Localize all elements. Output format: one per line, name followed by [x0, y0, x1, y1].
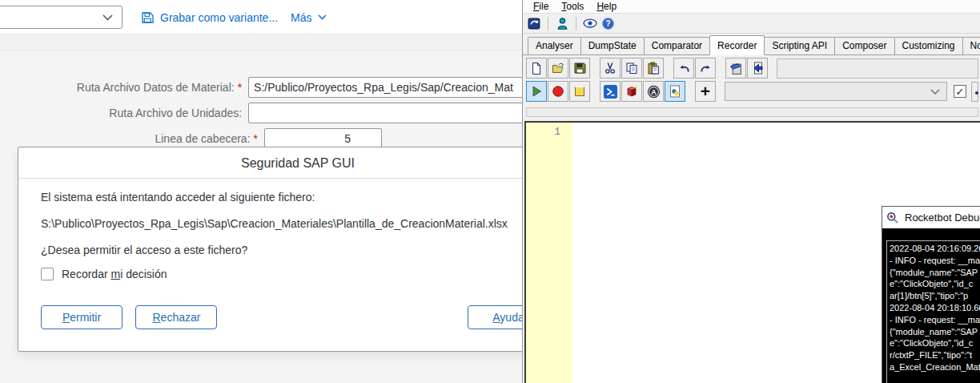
- menu-help[interactable]: Help: [590, 1, 623, 13]
- sap-security-dialog: Seguridad SAP GUI El sistema está intent…: [18, 147, 578, 352]
- dialog-question: ¿Desea permitir el acceso a este fichero…: [41, 244, 577, 256]
- status-strip: [526, 107, 978, 117]
- plus-icon: +: [701, 84, 710, 99]
- units-path-row: Ruta Archivo de Unidades:: [0, 103, 528, 123]
- tab-customizing[interactable]: Customizing: [894, 37, 963, 54]
- debugger-title-bar[interactable]: Rocketbot Debugg: [882, 207, 980, 228]
- redo-icon: [699, 62, 713, 75]
- rocketbot-debugger-window: Rocketbot Debugg 2022-08-04 20:16:09.26 …: [882, 206, 980, 383]
- eye-icon[interactable]: [583, 16, 597, 30]
- variant-combobox[interactable]: [0, 6, 122, 29]
- log-line: e":"ClickObjeto","id_c: [890, 337, 980, 349]
- menu-tools[interactable]: Tools: [555, 1, 590, 13]
- cube-button[interactable]: [621, 81, 642, 102]
- copy-button[interactable]: [621, 58, 642, 79]
- main-toolbar: ?: [523, 13, 980, 34]
- log-line: e":"ClickObjeto","id_c: [890, 278, 980, 290]
- tab-scripting-api[interactable]: Scripting API: [764, 37, 835, 54]
- debugger-title: Rocketbot Debugg: [905, 212, 980, 224]
- powershell-button[interactable]: [600, 81, 621, 102]
- record-button[interactable]: [548, 81, 568, 102]
- play-icon: [530, 85, 543, 98]
- tab-comparator[interactable]: Comparator: [644, 37, 710, 54]
- log-line: a_Excel_Creacion_Mat: [890, 361, 980, 373]
- tab-notes[interactable]: Notes: [962, 37, 980, 54]
- log-line: - INFO - request: __ma: [890, 314, 980, 326]
- sap-connect-icon[interactable]: [527, 16, 541, 30]
- save-icon: [573, 62, 586, 75]
- undo-button[interactable]: [673, 58, 694, 79]
- remember-decision-row: Recordar mi decisión: [41, 268, 577, 280]
- dialog-file-path: S:\Publico\Proyectos_Rpa_Legis\Sap\Creac…: [41, 217, 577, 230]
- open-folder-icon: [552, 62, 565, 75]
- save-variant-label: Grabar como variante...: [160, 11, 278, 24]
- paste-button[interactable]: [643, 58, 664, 79]
- cut-button[interactable]: [600, 58, 621, 79]
- magnifier-icon: [886, 212, 899, 224]
- import-page-icon: [751, 62, 764, 75]
- log-line: ar[1]/btn[5]","tipo":"p: [890, 290, 980, 302]
- more-label: Más: [291, 11, 311, 24]
- new-file-button[interactable]: [526, 58, 547, 79]
- toolbar-separator: [548, 17, 548, 30]
- more-button[interactable]: Más: [291, 0, 327, 34]
- stop-icon: [573, 85, 586, 98]
- sap-footer-toolbar: Grabar como variante... Más: [0, 0, 528, 34]
- sap-form: Ruta Archivo Datos de Material:* Ruta Ar…: [0, 50, 528, 149]
- python-script-button[interactable]: [665, 81, 685, 102]
- powershell-icon: [604, 85, 617, 99]
- tab-dumpstate[interactable]: DumpState: [580, 37, 645, 54]
- svg-text:A: A: [651, 87, 657, 95]
- undo-icon: [677, 62, 691, 75]
- run-toolbar-row: A + ✓: [526, 81, 978, 102]
- tab-recorder[interactable]: Recorder: [709, 35, 765, 55]
- play-button[interactable]: [526, 81, 547, 102]
- deny-button[interactable]: Rechazar: [135, 305, 217, 329]
- dialog-intro-text: El sistema está intentando acceder al si…: [41, 191, 577, 204]
- menu-file[interactable]: File: [527, 1, 555, 13]
- autoit-button[interactable]: A: [643, 81, 664, 102]
- toolbar-separator: [576, 17, 576, 30]
- script-selector-combobox[interactable]: [725, 82, 947, 101]
- autoit-icon: A: [647, 85, 661, 99]
- cube-icon: [625, 85, 638, 98]
- log-line: r/ctxtP_FILE","tipo":"t: [890, 349, 980, 361]
- save-button[interactable]: [569, 58, 590, 79]
- save-variant-button[interactable]: Grabar como variante...: [141, 0, 278, 34]
- header-line-label: Linea de cabecera:: [155, 132, 250, 145]
- add-command-button[interactable]: +: [695, 81, 716, 102]
- cut-icon: [604, 62, 617, 75]
- floppy-icon: [141, 11, 154, 24]
- sap-gui-window: Grabar como variante... Más Ruta Archivo…: [0, 0, 528, 383]
- required-asterisk: *: [238, 81, 242, 94]
- log-line: {"module_name":"SAP: [890, 267, 980, 279]
- tab-analyser[interactable]: Analyser: [528, 37, 581, 54]
- tab-composer[interactable]: Composer: [834, 37, 894, 54]
- import-page-button[interactable]: [747, 58, 768, 79]
- open-file-button[interactable]: [548, 58, 568, 79]
- script-pad-icon: [729, 62, 743, 75]
- remember-decision-checkbox[interactable]: [41, 268, 54, 280]
- log-line: - INFO - request: __ma: [890, 255, 980, 267]
- required-asterisk: *: [254, 132, 258, 145]
- line-number: 1: [554, 126, 560, 138]
- toolbar-blank-panel: [777, 58, 978, 79]
- material-path-input[interactable]: [248, 77, 528, 98]
- line-number-gutter: 1: [526, 123, 572, 383]
- help-icon[interactable]: ?: [600, 16, 615, 30]
- stop-button[interactable]: [569, 81, 590, 102]
- log-line: 2022-08-04 20:18:10.66: [890, 302, 980, 314]
- clipped-toolbar-button[interactable]: [971, 82, 978, 102]
- allow-button[interactable]: Permitir: [41, 305, 122, 329]
- log-line: 2022-08-04 20:16:09.26: [890, 243, 980, 255]
- redo-button[interactable]: [695, 58, 716, 79]
- units-path-input[interactable]: [248, 103, 528, 123]
- section-divider-band: [0, 34, 528, 50]
- svg-text:?: ?: [605, 19, 610, 28]
- material-path-row: Ruta Archivo Datos de Material:*: [0, 77, 528, 98]
- login-user-icon[interactable]: [555, 16, 569, 30]
- tab-strip: Analyser DumpState Comparator Recorder S…: [523, 34, 980, 54]
- script-pad-button[interactable]: [725, 58, 746, 79]
- debugger-log[interactable]: 2022-08-04 20:16:09.26 - INFO - request:…: [886, 240, 980, 383]
- option-checkbox[interactable]: ✓: [954, 85, 966, 98]
